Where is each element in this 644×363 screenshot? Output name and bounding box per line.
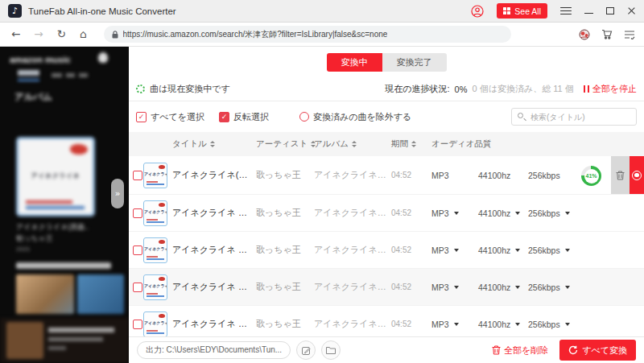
select-all-button[interactable]: すべてを選択 [136,111,204,123]
url-text: https://music.amazon.com/search/米津玄師?fil… [123,29,388,40]
track-thumbnail: アイネクライネ [143,311,167,337]
footer-bar: 出力: C:\Users\EDY\Documents\Tun... 全部を削除 … [129,336,644,363]
app-logo-music-note-icon [8,4,22,18]
window-title: TuneFab All-in-one Music Converter [28,6,176,16]
bitrate-dropdown[interactable]: 256kbps [528,208,578,218]
edit-output-path-button[interactable] [296,340,316,360]
bitrate-dropdown[interactable]: 256kbps [528,320,578,329]
account-icon[interactable] [471,5,484,18]
header-title[interactable]: タイトル [172,138,256,150]
home-icon[interactable]: ⌂ [80,29,87,40]
track-title: アイネクライネ +2Key... [172,244,256,256]
invert-selection-button[interactable]: 反転選択 [219,111,269,123]
refresh-convert-icon [568,345,578,355]
album-cover-logo [70,144,88,155]
delete-track-button[interactable] [611,156,630,194]
search-icon [518,113,523,118]
menu-icon[interactable] [560,7,572,15]
track-artist: 歌っちゃ王 [256,169,314,181]
back-icon[interactable]: ← [11,29,20,40]
album-cover: アイネクライネ [16,137,95,217]
address-bar[interactable]: https://music.amazon.com/search/米津玄師?fil… [104,26,511,43]
album-caption: アイネクライネ(原曲.. [16,222,89,233]
track-duration: 04:52 [391,245,431,254]
converter-panel: 変換中 変換完了 曲は現在変換中です 現在の進捗状況: 0% 0 個は変換済み、… [129,47,644,363]
track-thumbnail: アイネクライネ [143,200,167,226]
row-checkbox[interactable] [133,283,142,292]
row-checkbox[interactable] [133,171,142,180]
see-all-button[interactable]: See All [497,3,547,19]
track-list: アイネクライネ アイネクライネ(原曲歌... 歌っちゃ王 アイネクライネ(ガ..… [129,156,644,336]
cart-icon[interactable] [601,29,613,39]
maximize-button[interactable] [606,7,614,14]
tab-completed[interactable]: 変換完了 [382,53,447,72]
chevron-down-icon [454,249,459,252]
search-input[interactable] [511,108,637,126]
close-button[interactable] [627,6,636,15]
samplerate-dropdown[interactable]: 44100hz [478,245,528,255]
track-artist: 歌っちゃ王 [256,244,314,256]
track-samplerate: 44100hz [478,171,528,180]
format-dropdown[interactable]: MP3 [431,245,478,255]
playlist-queue-icon[interactable] [624,30,635,39]
stop-all-label: 全部を停止 [592,83,637,95]
samplerate-dropdown[interactable]: 44100hz [478,208,528,218]
table-row: アイネクライネ アイネクライネ +1Key... 歌っちゃ王 アイネクライネ(ガ… [129,195,644,232]
amazon-music-sidebar: amazon music アルバム アイネクライネ アイネクライネ(原曲.. 歌… [0,47,129,363]
delete-all-label: 全部を削除 [504,344,548,357]
see-all-label: See All [514,6,541,16]
minimize-button[interactable] [584,13,593,14]
player-bar [0,318,129,363]
open-output-folder-button[interactable] [321,340,341,360]
tab-converting[interactable]: 変換中 [327,53,382,72]
stop-all-button[interactable]: 全部を停止 [584,83,637,95]
status-row: 曲は現在変換中です 現在の進捗状況: 0% 0 個は変換済み、総 11 個 全部… [129,77,644,101]
exclude-converted-toggle[interactable]: 変換済みの曲を除外する [299,111,411,123]
bitrate-dropdown[interactable]: 256kbps [528,245,578,255]
stop-recording-button[interactable] [630,156,644,194]
album-artist: 歌っちゃ王 [16,233,53,244]
tabs-row: 変換中 変換完了 [129,47,644,77]
row-checkbox[interactable] [133,320,142,329]
progress-label: 現在の進捗状況: [385,83,449,95]
bitrate-dropdown[interactable]: 256kbps [528,283,578,292]
samplerate-dropdown[interactable]: 44100hz [478,283,528,292]
samplerate-dropdown[interactable]: 44100hz [478,320,528,329]
collapse-sidebar-handle[interactable] [111,179,124,208]
convert-all-button[interactable]: すべて変換 [559,340,636,361]
header-duration[interactable]: 期間 [391,138,431,150]
track-title: アイネクライネ +1Key... [172,207,256,219]
edit-pencil-icon [302,346,311,355]
radio-icon [299,112,309,122]
progress-detail: 0 個は変換済み、総 11 個 [473,83,574,95]
track-duration: 04:52 [391,208,431,217]
table-row: アイネクライネ アイネクライネ +2Key... 歌っちゃ王 アイネクライネ(ガ… [129,232,644,269]
sidebar-tab-blur [18,70,39,76]
row-checkbox[interactable] [133,245,142,255]
now-playing-art [6,322,43,359]
format-dropdown[interactable]: MP3 [431,320,478,329]
track-thumbnail: アイネクライネ [143,274,167,300]
track-artist: 歌っちゃ王 [256,207,314,219]
playlist-thumbnail [16,274,74,314]
progress-percent: 41% [584,169,599,184]
progress-ring: 41% [581,166,601,186]
row-checkbox[interactable] [133,208,142,218]
chevron-down-icon [565,286,570,289]
chevron-down-icon [515,323,520,326]
track-artist: 歌っちゃ王 [256,318,314,330]
header-artist[interactable]: アーティスト [256,138,314,150]
convert-all-label: すべて変換 [582,344,627,357]
track-album: アイネクライネ(ガ... [314,318,391,330]
track-thumbnail: アイネクライネ [143,237,167,263]
header-album[interactable]: アルバム [314,138,391,150]
format-dropdown[interactable]: MP3 [431,283,478,292]
forward-icon[interactable]: → [34,29,43,40]
format-dropdown[interactable]: MP3 [431,208,478,218]
chevron-down-icon [515,212,520,215]
track-title: アイネクライネ +4Key... [172,318,256,330]
delete-all-button[interactable]: 全部を削除 [492,344,548,357]
album-year: 2021 [16,245,31,253]
reload-icon[interactable]: ↻ [57,29,66,40]
language-globe-icon[interactable] [579,29,590,40]
